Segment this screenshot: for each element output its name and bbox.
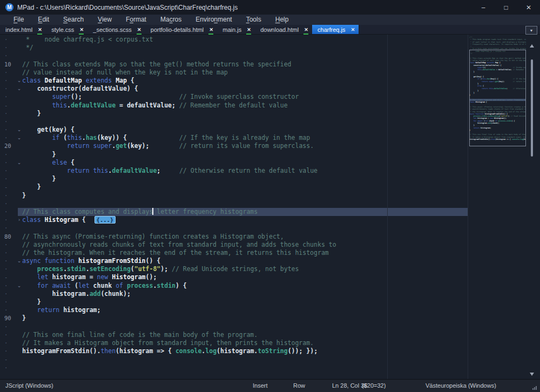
tab-close-icon[interactable]: ✕ (208, 27, 214, 32)
minimap-line: * frequently used characters. It require… (469, 43, 526, 45)
code-line-79[interactable]: · (0, 224, 468, 232)
fold-open-icon[interactable]: ⌄ (16, 134, 22, 142)
menu-item-edit[interactable]: Edit (31, 15, 56, 25)
code-line-96[interactable]: · (0, 364, 468, 372)
code-line-22[interactable]: ·⌄ else { (0, 159, 468, 167)
code-line-13[interactable]: ·⌄ constructor(defaultValue) { (0, 85, 468, 93)
tab-main.js[interactable]: main.js✕ (217, 25, 255, 34)
code-line-87[interactable]: · histogram.add(chunk); (0, 290, 468, 298)
code-line-28[interactable]: ·// This class computes and displays let… (0, 208, 468, 216)
menu-item-format[interactable]: Format (119, 15, 153, 25)
menu-item-search[interactable]: Search (56, 15, 91, 25)
code-line-89[interactable]: · return histogram; (0, 306, 468, 314)
code-line-86[interactable]: ·⌄ for await (let chunk of process.stdin… (0, 282, 468, 290)
code-line-9[interactable]: · (0, 52, 468, 60)
code-line-10[interactable]: 10// This class extends Map so that the … (0, 60, 468, 69)
code-token: setEncoding (90, 265, 131, 273)
folded-code-chip[interactable]: {...} (94, 216, 116, 224)
code-line-85[interactable]: - let histogram = new Histogram(); (0, 273, 468, 281)
code-line-80[interactable]: 80// This async (Promise-returning) func… (0, 233, 468, 241)
maximize-button[interactable]: □ (495, 0, 517, 15)
code-line-91[interactable]: · (0, 323, 468, 331)
menu-item-tools[interactable]: Tools (239, 15, 268, 25)
code-line-17[interactable]: · (0, 118, 468, 126)
menu-item-file[interactable]: File (6, 15, 31, 25)
tab-close-icon[interactable]: ✕ (79, 27, 84, 32)
title-bar[interactable]: M MPad - c:\Users\Rickard\Documents\Sour… (0, 0, 540, 15)
code-line-29[interactable]: ·›class Histogram { {...} (0, 216, 468, 224)
minimap[interactable]: /** * This Node program reads text from … (469, 36, 526, 376)
tab-style.css[interactable]: style.css✕ (46, 25, 87, 34)
menu-item-environment[interactable]: Environment (188, 15, 239, 25)
code-line-15[interactable]: - this.defaultValue = defaultValue; // R… (0, 102, 468, 110)
tab-close-icon[interactable]: ✕ (137, 27, 142, 32)
code-line-21[interactable]: · } (0, 151, 468, 159)
tab-overflow-button[interactable]: ▼ (525, 26, 537, 35)
code-line-83[interactable]: ·⌄async function histogramFromStdin() { (0, 257, 468, 265)
menu-item-macros[interactable]: Macros (153, 15, 188, 25)
code-line-82[interactable]: ·// the histogram. When it reaches the e… (0, 249, 468, 257)
fold-open-icon[interactable]: ⌄ (16, 85, 22, 93)
menu-item-help[interactable]: Help (268, 15, 296, 25)
code-line-25[interactable]: - } (0, 183, 468, 191)
minimap-token: then (491, 138, 495, 140)
tab-download.html[interactable]: download.html✕ (255, 25, 312, 34)
tab-close-icon[interactable]: ✕ (350, 27, 355, 32)
tab-charfreq.js[interactable]: charfreq.js✕ (312, 25, 359, 34)
editor-area[interactable]: · * node charfreq.js < corpus.txt· */·10… (0, 35, 540, 379)
tab-index.html[interactable]: index.html✕ (0, 25, 46, 34)
code-line-8[interactable]: · */ (0, 44, 468, 52)
tab-close-icon[interactable]: ✕ (246, 27, 252, 32)
status-insert-mode[interactable]: Insert (253, 380, 268, 392)
status-selection-mode[interactable]: Row (293, 380, 305, 392)
code-line-95[interactable]: - (0, 355, 468, 363)
code-line-18[interactable]: ·⌄ get(key) { (0, 126, 468, 134)
code-line-19[interactable]: ·⌄ if (this.has(key)) { // If the key is… (0, 134, 468, 142)
code-line-24[interactable]: · } (0, 175, 468, 183)
minimize-button[interactable]: – (472, 0, 495, 15)
code-token: get (116, 142, 127, 150)
code-line-94[interactable]: ·histogramFromStdin().then(histogram => … (0, 347, 468, 355)
vertical-scrollbar[interactable] (528, 35, 537, 379)
scroll-up-icon[interactable] (530, 44, 534, 48)
scrollbar-thumb[interactable] (531, 59, 533, 157)
code-line-12[interactable]: ·⌄class DefaultMap extends Map { (0, 77, 468, 85)
status-language[interactable]: JScript (Windows) (5, 380, 53, 392)
fold-open-icon[interactable]: ⌄ (16, 77, 22, 85)
tab-_sections.scss[interactable]: _sections.scss✕ (87, 25, 145, 34)
code-line-88[interactable]: · } (0, 298, 468, 306)
code-text: for await (let chunk of process.stdin) { (22, 282, 187, 290)
fold-open-icon[interactable]: ⌄ (16, 282, 22, 290)
tab-label: _sections.scss (93, 26, 132, 33)
code-line-7[interactable]: · * node charfreq.js < corpus.txt (0, 36, 468, 44)
code-line-14[interactable]: · super(); // Invoke superclass construc… (0, 93, 468, 101)
close-button[interactable]: ✕ (517, 0, 540, 15)
code-token: ()); (288, 347, 303, 355)
status-encoding[interactable]: Västeuropeiska (Windows) (426, 380, 496, 392)
code-line-26[interactable]: ·} (0, 192, 468, 200)
fold-closed-icon[interactable]: › (16, 216, 22, 224)
code-line-16[interactable]: · } (0, 110, 468, 118)
code-line-20[interactable]: 20 return super.get(key); // return its … (0, 142, 468, 150)
fold-spacer (16, 93, 22, 101)
scroll-down-icon[interactable] (530, 373, 534, 376)
code-line-92[interactable]: ·// This one final line of code is the m… (0, 331, 468, 339)
code-line-23[interactable]: · return this.defaultValue; // Otherwise… (0, 167, 468, 175)
code-line-90[interactable]: 90} (0, 314, 468, 322)
tab-close-icon[interactable]: ✕ (37, 27, 43, 32)
fold-open-icon[interactable]: ⌄ (16, 257, 22, 265)
code-token: // asynchronously reads chunks of text f… (22, 241, 336, 248)
code-line-84[interactable]: · process.stdin.setEncoding("utf-8"); //… (0, 265, 468, 273)
code-line-81[interactable]: ·// asynchronously reads chunks of text … (0, 241, 468, 249)
code-line-93[interactable]: ·// It makes a Histogram object from sta… (0, 339, 468, 347)
minimap-token: histogram; (480, 127, 491, 129)
tab-close-icon[interactable]: ✕ (303, 27, 309, 32)
code-line-11[interactable]: ·// value instead of null when the key i… (0, 69, 468, 77)
code-token: await (52, 282, 71, 289)
fold-open-icon[interactable]: ⌄ (16, 159, 22, 167)
code-line-27[interactable]: · (0, 200, 468, 208)
fold-open-icon[interactable]: ⌄ (16, 126, 22, 134)
resize-grip-icon[interactable] (532, 386, 537, 390)
menu-item-view[interactable]: View (91, 15, 119, 25)
tab-portfolio-details.html[interactable]: portfolio-details.html✕ (145, 25, 217, 34)
